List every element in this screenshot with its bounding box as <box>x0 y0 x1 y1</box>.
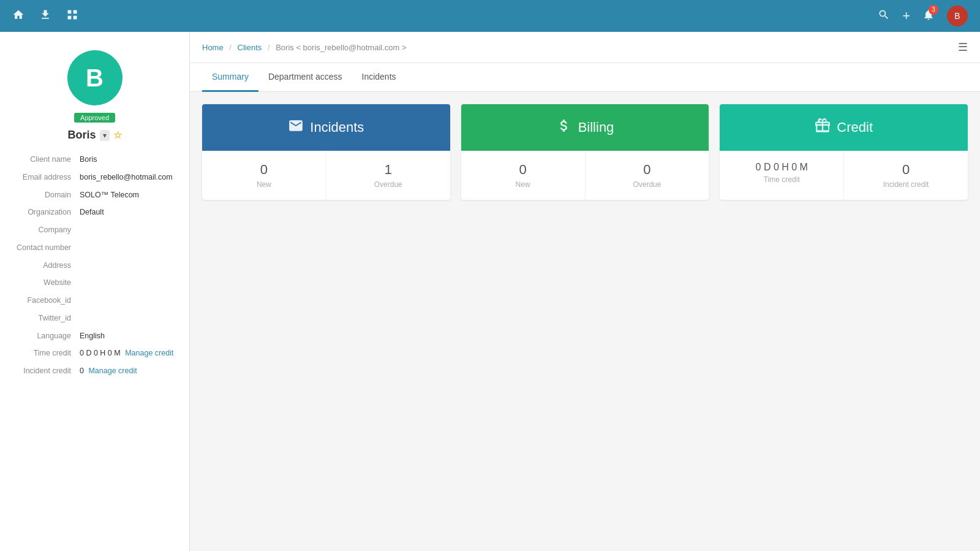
tab-summary[interactable]: Summary <box>202 63 258 92</box>
tab-incidents[interactable]: Incidents <box>352 63 406 92</box>
label-facebook: Facebook_id <box>12 295 80 306</box>
value-time-credit: 0 D 0 H 0 M Manage credit <box>80 348 177 359</box>
nav-left <box>12 9 78 24</box>
credit-bag-icon <box>815 118 831 137</box>
billing-card-title: Billing <box>578 120 614 135</box>
info-row-facebook: Facebook_id <box>12 295 177 306</box>
label-website: Website <box>12 277 80 289</box>
info-row-contact: Contact number <box>12 242 177 254</box>
download-icon[interactable] <box>39 9 51 24</box>
client-name-heading: Boris <box>67 129 96 142</box>
info-row-email: Email address boris_rebello@hotmail.com <box>12 172 177 183</box>
credit-incident-label: Incident credit <box>850 180 962 189</box>
nav-right: + 3 B <box>878 6 968 26</box>
credit-card-header: Credit <box>720 104 968 151</box>
credit-time-label: Time credit <box>726 175 837 184</box>
value-email: boris_rebello@hotmail.com <box>80 172 177 183</box>
incidents-overdue-label: Overdue <box>333 180 444 189</box>
incidents-card-header: Incidents <box>202 104 450 151</box>
credit-incident-number: 0 <box>850 162 962 178</box>
label-time-credit: Time credit <box>12 348 80 359</box>
svg-text:B: B <box>954 11 960 21</box>
label-twitter: Twitter_id <box>12 313 80 324</box>
incidents-card: Incidents 0 New 1 Overdue <box>202 104 450 200</box>
top-navigation: + 3 B <box>0 0 980 32</box>
info-row-client-name: Client name Boris <box>12 154 177 165</box>
menu-lines-icon[interactable]: ☰ <box>958 40 968 54</box>
add-icon[interactable]: + <box>902 8 910 24</box>
incidents-new-stat: 0 New <box>202 151 326 200</box>
info-row-language: Language English <box>12 330 177 342</box>
label-address: Address <box>12 260 80 272</box>
incidents-card-body: 0 New 1 Overdue <box>202 151 450 200</box>
search-icon[interactable] <box>878 9 890 24</box>
credit-card-title: Credit <box>837 120 873 135</box>
info-row-address: Address <box>12 260 177 272</box>
value-domain: SOLO™ Telecom <box>80 189 177 201</box>
sidebar-avatar: B <box>67 50 123 105</box>
billing-new-number: 0 <box>467 162 579 178</box>
value-incident-credit: 0 Manage credit <box>80 365 177 377</box>
info-row-org: Organization Default <box>12 207 177 218</box>
credit-time-stat: 0 D 0 H 0 M Time credit <box>720 151 844 200</box>
incidents-envelope-icon <box>288 118 304 137</box>
label-incident-credit: Incident credit <box>12 365 80 377</box>
breadcrumb-current: Boris < boris_rebello@hotmail.com > <box>276 43 406 52</box>
label-email: Email address <box>12 172 80 183</box>
billing-card-header: Billing <box>461 104 709 151</box>
page-layout: B Approved Boris ▾ ☆ Client name Boris E… <box>0 32 980 551</box>
grid-icon[interactable] <box>66 9 78 24</box>
billing-new-label: New <box>467 180 579 189</box>
label-org: Organization <box>12 207 80 218</box>
billing-overdue-number: 0 <box>592 162 703 178</box>
sidebar-name-row: Boris ▾ ☆ <box>12 129 177 142</box>
billing-card: Billing 0 New 0 Overdue <box>461 104 709 200</box>
info-row-twitter: Twitter_id <box>12 313 177 324</box>
credit-time-number: 0 D 0 H 0 M <box>726 162 837 173</box>
credit-card-body: 0 D 0 H 0 M Time credit 0 Incident credi… <box>720 151 968 200</box>
notification-count: 3 <box>929 5 938 15</box>
value-org: Default <box>80 207 177 218</box>
label-client-name: Client name <box>12 154 80 165</box>
avatar[interactable]: B <box>947 6 968 26</box>
label-company: Company <box>12 224 80 236</box>
breadcrumb-sep-1: / <box>229 43 232 52</box>
tab-department-access[interactable]: Department access <box>258 63 352 92</box>
info-row-website: Website <box>12 277 177 289</box>
credit-incident-stat: 0 Incident credit <box>844 151 968 200</box>
name-dropdown-button[interactable]: ▾ <box>100 130 110 141</box>
breadcrumb-sep-2: / <box>268 43 270 52</box>
value-client-name: Boris <box>80 154 177 165</box>
value-language: English <box>80 330 177 342</box>
breadcrumb-path: Home / Clients / Boris < boris_rebello@h… <box>202 43 407 52</box>
notification-bell[interactable]: 3 <box>922 9 935 24</box>
info-row-domain: Domain SOLO™ Telecom <box>12 189 177 201</box>
info-row-company: Company <box>12 224 177 236</box>
label-contact: Contact number <box>12 242 80 254</box>
incidents-new-number: 0 <box>208 162 320 178</box>
billing-dollar-icon <box>556 118 572 137</box>
billing-card-body: 0 New 0 Overdue <box>461 151 709 200</box>
cards-area: Incidents 0 New 1 Overdue <box>190 92 980 212</box>
incidents-new-label: New <box>208 180 320 189</box>
billing-new-stat: 0 New <box>461 151 586 200</box>
breadcrumb-home[interactable]: Home <box>202 43 224 52</box>
info-table: Client name Boris Email address boris_re… <box>12 154 177 377</box>
billing-overdue-stat: 0 Overdue <box>586 151 709 200</box>
tabs-bar: Summary Department access Incidents <box>190 63 980 92</box>
manage-credit-link-time[interactable]: Manage credit <box>125 349 173 357</box>
home-icon[interactable] <box>12 9 24 24</box>
manage-credit-link-incident[interactable]: Manage credit <box>88 367 137 375</box>
favorite-star-icon[interactable]: ☆ <box>113 129 122 141</box>
incidents-overdue-stat: 1 Overdue <box>326 151 450 200</box>
info-row-time-credit: Time credit 0 D 0 H 0 M Manage credit <box>12 348 177 359</box>
status-badge: Approved <box>74 113 115 123</box>
label-language: Language <box>12 330 80 342</box>
label-domain: Domain <box>12 189 80 201</box>
billing-overdue-label: Overdue <box>592 180 703 189</box>
breadcrumb-clients[interactable]: Clients <box>238 43 262 52</box>
main-content: Home / Clients / Boris < boris_rebello@h… <box>190 32 980 551</box>
info-row-incident-credit: Incident credit 0 Manage credit <box>12 365 177 377</box>
breadcrumb: Home / Clients / Boris < boris_rebello@h… <box>190 32 980 63</box>
incidents-card-title: Incidents <box>310 120 364 135</box>
